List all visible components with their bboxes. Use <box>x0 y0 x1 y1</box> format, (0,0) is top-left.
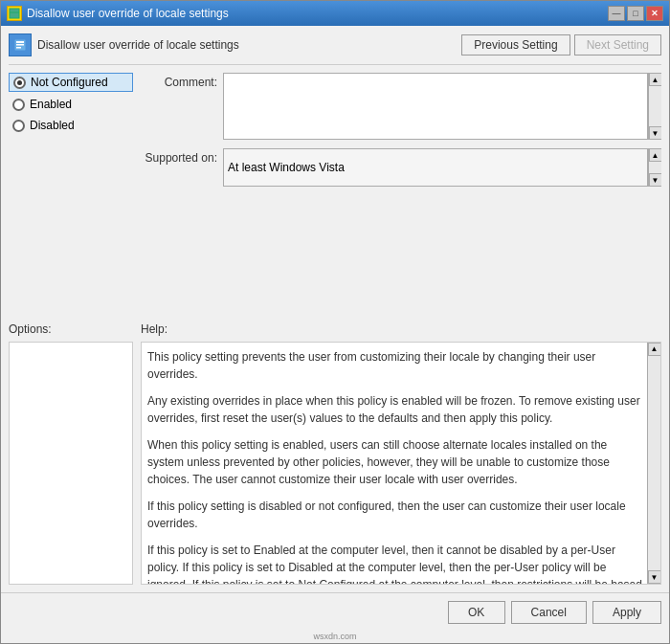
supported-value: At least Windows Vista <box>228 161 345 174</box>
minimize-button[interactable]: — <box>608 6 625 21</box>
radio-input-enabled[interactable] <box>12 99 25 111</box>
help-para-4: If this policy setting is disabled or no… <box>147 498 643 532</box>
scroll-down-arrow[interactable]: ▼ <box>649 126 662 140</box>
help-text-area: This policy setting prevents the user fr… <box>142 343 660 585</box>
content-area: Disallow user override of locale setting… <box>1 26 669 592</box>
help-label: Help: <box>141 322 168 336</box>
help-scroll-down[interactable]: ▼ <box>648 570 661 584</box>
svg-rect-4 <box>16 44 24 46</box>
window-title: Disallow user override of locale setting… <box>27 7 229 20</box>
scroll-up-arrow[interactable]: ▲ <box>649 73 662 86</box>
policy-icon <box>9 33 32 56</box>
header-buttons: Previous Setting Next Setting <box>461 34 661 56</box>
options-panel <box>9 342 133 586</box>
title-bar-left: Disallow user override of locale setting… <box>7 6 229 21</box>
help-para-5: If this policy is set to Enabled at the … <box>147 542 643 585</box>
radio-input-not-configured[interactable] <box>13 77 26 89</box>
radio-label-enabled: Enabled <box>30 98 72 111</box>
supported-scrollbar[interactable]: ▲ ▼ <box>648 148 661 187</box>
previous-setting-button[interactable]: Previous Setting <box>461 34 570 56</box>
supported-label: Supported on: <box>141 148 217 165</box>
cancel-button[interactable]: Cancel <box>511 601 587 624</box>
help-label-container: Help: <box>141 322 661 336</box>
footer: OK Cancel Apply <box>1 592 669 632</box>
apply-button[interactable]: Apply <box>592 601 661 624</box>
options-label-container: Options: <box>9 322 133 336</box>
svg-rect-5 <box>16 47 21 49</box>
title-buttons: — □ ✕ <box>608 6 663 21</box>
next-setting-button[interactable]: Next Setting <box>574 34 661 56</box>
radio-label-not-configured: Not Configured <box>31 76 108 89</box>
svg-rect-0 <box>10 9 19 18</box>
comment-scrollbar[interactable]: ▲ ▼ <box>648 73 661 140</box>
supported-scroll-track <box>649 162 661 173</box>
maximize-button[interactable]: □ <box>627 6 644 21</box>
help-scroll-track <box>648 356 660 571</box>
header-title: Disallow user override of locale setting… <box>37 38 239 52</box>
close-button[interactable]: ✕ <box>646 6 663 21</box>
radio-not-configured[interactable]: Not Configured <box>9 73 133 92</box>
help-para-3: When this policy setting is enabled, use… <box>147 436 643 488</box>
supported-row: Supported on: At least Windows Vista ▲ ▼ <box>141 148 661 187</box>
lower-labels: Options: Help: <box>9 322 661 336</box>
watermark: wsxdn.com <box>1 632 669 643</box>
radio-input-disabled[interactable] <box>12 120 25 132</box>
options-label: Options: <box>9 322 52 336</box>
window-icon <box>7 6 22 21</box>
help-para-1: This policy setting prevents the user fr… <box>147 348 643 383</box>
help-para-2: Any existing overrides in place when thi… <box>147 392 643 427</box>
main-window: Disallow user override of locale setting… <box>0 0 670 644</box>
title-bar: Disallow user override of locale setting… <box>1 1 669 26</box>
supported-field: At least Windows Vista <box>223 148 648 187</box>
comment-row: Comment: ▲ ▼ <box>141 73 661 143</box>
radio-label-disabled: Disabled <box>30 119 75 132</box>
ok-button[interactable]: OK <box>448 601 505 624</box>
help-scrollbar[interactable]: ▲ ▼ <box>647 343 660 585</box>
radio-disabled[interactable]: Disabled <box>9 117 133 134</box>
comment-label: Comment: <box>141 73 217 89</box>
comment-field[interactable] <box>223 73 648 140</box>
lower-section: This policy setting prevents the user fr… <box>9 342 661 586</box>
radio-enabled[interactable]: Enabled <box>9 96 133 113</box>
supported-scroll-up[interactable]: ▲ <box>649 148 662 162</box>
scroll-track <box>649 86 661 126</box>
help-scroll-up[interactable]: ▲ <box>648 343 661 356</box>
main-section: Not Configured Enabled Disabled Comment: <box>9 73 661 317</box>
radio-panel: Not Configured Enabled Disabled <box>9 73 133 317</box>
right-panel: Comment: ▲ ▼ Supported on: At <box>141 73 661 317</box>
supported-scroll-down[interactable]: ▼ <box>649 173 662 187</box>
header-row: Disallow user override of locale setting… <box>9 33 661 65</box>
header-left: Disallow user override of locale setting… <box>9 33 239 56</box>
help-panel: This policy setting prevents the user fr… <box>141 342 661 586</box>
svg-rect-3 <box>16 41 24 43</box>
